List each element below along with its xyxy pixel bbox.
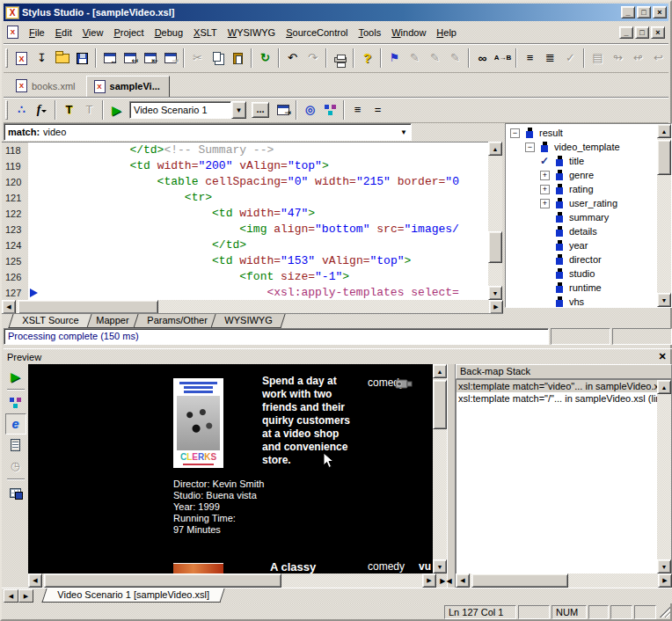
result-tree[interactable]: −result−video_template✓title+genre+ratin… [506,124,657,307]
scroll-down-icon[interactable]: ▼ [488,286,502,300]
maximize-button[interactable]: □ [637,6,651,18]
pane-splitter[interactable] [447,364,456,588]
preview-content[interactable]: CLERKS Spend a day atwork with twofriend… [28,364,433,574]
tree-node-summary[interactable]: summary [506,210,657,224]
tree-node-studio[interactable]: studio [506,267,657,281]
chevron-down-icon[interactable]: ▼ [400,128,407,136]
menu-window[interactable]: Window [386,25,431,40]
match-bar[interactable]: match: video ▼ [4,123,412,141]
editor-horizontal-scrollbar[interactable]: ◀ ▶ [2,300,503,314]
tree-node-title[interactable]: ✓title [506,154,657,168]
browse-scenario-button[interactable]: ... [252,102,269,118]
scrollbar-thumb[interactable] [433,380,447,429]
minimize-button[interactable]: _ [621,6,635,18]
code-line[interactable]: 123 <img align="bottom" src="images/ [2,222,488,237]
menu-debug[interactable]: Debug [150,25,188,40]
format-button[interactable]: ≡ [520,48,540,68]
document-tab-samplevi-[interactable]: XsampleVi... [86,76,170,97]
refresh-button[interactable]: ↻ [255,48,275,68]
mdi-restore-button[interactable]: □ [635,26,649,39]
text-preview-button[interactable] [5,435,26,456]
menu-help[interactable]: Help [431,25,462,40]
scroll-left-icon[interactable]: ◀ [456,574,470,588]
close-button[interactable]: × [653,6,667,18]
find-button[interactable]: ∞ [472,48,493,68]
scroll-down-icon[interactable]: ▼ [433,559,447,574]
code-line[interactable]: 120 <table cellSpacing="0" width="215" b… [2,174,488,190]
resize-grip[interactable] [660,607,670,617]
tree-node-result[interactable]: −result [506,126,657,140]
bookmark-button[interactable]: ⚑ [384,48,405,68]
code-line[interactable]: 122 <td width="47"> [2,206,488,222]
tree-node-rating[interactable]: +rating [506,182,657,196]
tree-node-director[interactable]: director [506,252,657,267]
replace-button[interactable]: A→B [493,48,513,68]
scroll-up-icon[interactable]: ▲ [433,364,447,378]
close-icon[interactable]: ✕ [656,351,668,362]
scrollbar-track[interactable] [42,574,422,588]
scrollbar-thumb[interactable] [657,140,671,175]
backmap-stack-row[interactable]: xsl:template match="video"... in sampleV… [457,380,657,392]
expand-icon[interactable]: + [540,185,550,194]
backmap-horizontal-scrollbar[interactable]: ◀ ▶ [456,574,672,588]
code-editor[interactable]: 118 </td><!-- Summary -->119 <td width="… [2,142,488,300]
tab-params-other[interactable]: Params/Other [133,314,221,328]
splitter-arrows[interactable]: ▶◀ [436,574,456,588]
tab-scroll-left-icon[interactable]: ◀ [4,589,18,603]
open-in-window-button[interactable]: ⇥ [273,100,293,120]
tree-node-user_rating[interactable]: +user_rating [506,196,657,210]
menu-file[interactable]: File [24,25,50,40]
scroll-up-icon[interactable]: ▲ [488,142,502,156]
mdi-minimize-button[interactable]: _ [619,26,633,39]
scroll-down-icon[interactable]: ▼ [657,559,671,574]
tree-node-details[interactable]: details [506,224,657,238]
scrollbar-track[interactable] [657,394,671,559]
chevron-down-icon[interactable]: ▼ [231,101,246,119]
whitespace-button[interactable]: = [368,100,388,120]
tree-node-runtime[interactable]: runtime [506,281,657,295]
menu-view[interactable]: View [77,25,109,40]
menu-xslt[interactable]: XSLT [188,25,223,40]
window-save-button[interactable]: ⇤ [140,48,160,68]
code-line[interactable]: 121 <tr> [2,190,488,206]
split-right-icon[interactable]: ▶ [440,577,445,585]
tree-node-genre[interactable]: +genre [506,168,657,182]
copy-button[interactable] [208,48,228,68]
clerks-movie-poster[interactable]: CLERKS [173,378,223,468]
preview-run-button[interactable]: ▶ [5,366,26,387]
mdi-close-button[interactable]: × [651,26,665,39]
scroll-right-icon[interactable]: ▶ [658,574,672,588]
scenario-tab[interactable]: Video Scenario 1 [sampleVideo.xsl] [41,588,224,603]
undo-button[interactable]: ↶ [282,48,303,68]
code-line[interactable]: 127 <xsl:apply-templates select= [2,285,488,300]
help-button[interactable]: ? [357,48,377,68]
export-grid-button[interactable] [5,482,26,503]
preview-mapper-button[interactable] [5,392,26,413]
align-button[interactable]: ≡ [347,100,368,120]
scroll-right-icon[interactable]: ▶ [422,574,436,588]
next-movie-poster[interactable] [173,563,223,574]
backmap-list[interactable]: xsl:template match="video"... in sampleV… [457,380,657,574]
menu-edit[interactable]: Edit [50,25,77,40]
scrollbar-thumb[interactable] [18,300,158,314]
code-line[interactable]: 118 </td><!-- Summary --> [2,142,488,158]
editor-vertical-scrollbar[interactable]: ▲ ▼ [488,142,502,300]
tree-vertical-scrollbar[interactable]: ▲ ▼ [657,124,671,307]
tree-node-video_template[interactable]: −video_template [506,140,657,154]
scrollbar-thumb[interactable] [471,574,568,588]
import-button[interactable]: ↧ [32,48,52,68]
code-line[interactable]: 119 <td width="200" vAlign="top"> [2,158,488,174]
scroll-left-icon[interactable]: ◀ [2,300,16,314]
tree-node-vhs[interactable]: vhs [506,295,657,307]
menu-wysiwyg[interactable]: WYSIWYG [223,25,281,40]
mapper-button[interactable] [320,100,340,120]
add-template-button[interactable]: T [59,100,79,120]
save-button[interactable] [72,48,92,68]
scroll-down-icon[interactable]: ▼ [657,293,671,307]
scenario-selected-value[interactable]: Video Scenario 1 [129,101,231,119]
expand-icon[interactable]: + [540,171,550,180]
scrollbar-track[interactable] [657,138,671,293]
split-left-icon[interactable]: ◀ [447,577,452,585]
code-line[interactable]: 126 <font size="-1"> [2,269,488,285]
scrollbar-thumb[interactable] [488,231,502,263]
